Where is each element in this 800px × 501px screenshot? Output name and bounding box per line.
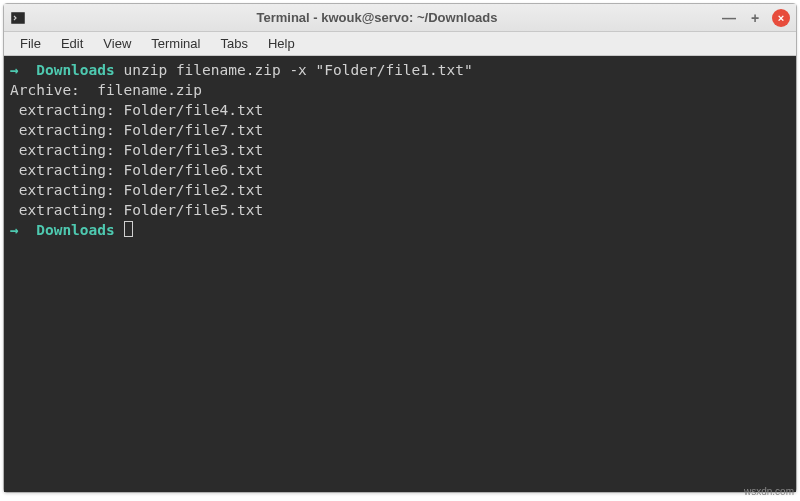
window-title: Terminal - kwouk@servo: ~/Downloads [34,10,720,25]
window-controls: — + × [720,9,790,27]
watermark: wsxdn.com [744,486,794,497]
terminal-window: Terminal - kwouk@servo: ~/Downloads — + … [3,3,797,493]
minimize-button[interactable]: — [720,9,738,27]
prompt-line-1: → Downloads unzip filename.zip -x "Folde… [10,62,473,78]
maximize-button[interactable]: + [746,9,764,27]
menubar: File Edit View Terminal Tabs Help [4,32,796,56]
menu-file[interactable]: File [10,34,51,53]
terminal-output: Archive: filename.zip extracting: Folder… [10,80,790,220]
output-line: extracting: Folder/file6.txt [10,160,790,180]
menu-help[interactable]: Help [258,34,305,53]
titlebar[interactable]: Terminal - kwouk@servo: ~/Downloads — + … [4,4,796,32]
prompt-line-2: → Downloads [10,222,133,238]
menu-edit[interactable]: Edit [51,34,93,53]
prompt-arrow-icon: → [10,62,19,78]
output-line: extracting: Folder/file2.txt [10,180,790,200]
output-line: extracting: Folder/file5.txt [10,200,790,220]
terminal-body[interactable]: → Downloads unzip filename.zip -x "Folde… [4,56,796,492]
svg-rect-1 [12,13,24,23]
menu-tabs[interactable]: Tabs [210,34,257,53]
output-line: Archive: filename.zip [10,80,790,100]
prompt-dir: Downloads [36,222,115,238]
output-line: extracting: Folder/file4.txt [10,100,790,120]
close-button[interactable]: × [772,9,790,27]
output-line: extracting: Folder/file3.txt [10,140,790,160]
terminal-icon [10,10,26,26]
cursor [124,221,133,237]
output-line: extracting: Folder/file7.txt [10,120,790,140]
menu-view[interactable]: View [93,34,141,53]
command-text: unzip filename.zip -x "Folder/file1.txt" [124,62,473,78]
prompt-dir: Downloads [36,62,115,78]
menu-terminal[interactable]: Terminal [141,34,210,53]
prompt-arrow-icon: → [10,222,19,238]
